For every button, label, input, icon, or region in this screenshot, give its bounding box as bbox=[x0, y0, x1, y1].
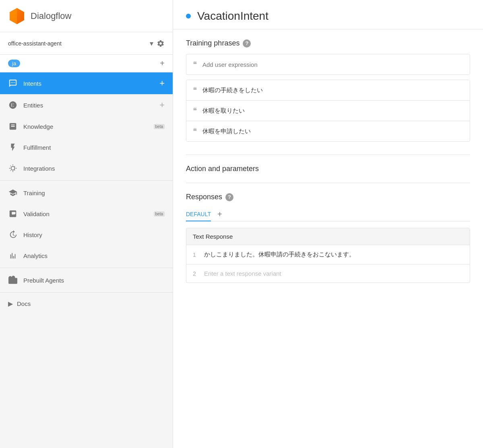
list-item[interactable]: ❝ 休暇を申請したい bbox=[186, 121, 470, 141]
knowledge-icon bbox=[8, 122, 18, 131]
dialogflow-logo-icon bbox=[8, 7, 26, 25]
text-response-header: Text Response bbox=[186, 228, 470, 245]
phrase-text: 休暇を申請したい bbox=[202, 128, 251, 135]
svg-point-3 bbox=[12, 104, 14, 106]
nav-divider-2 bbox=[0, 268, 173, 268]
language-row: ja + bbox=[0, 55, 173, 72]
sidebar-item-docs[interactable]: ▶ Docs bbox=[0, 294, 173, 313]
entities-icon bbox=[8, 100, 18, 110]
add-expression-input[interactable] bbox=[202, 61, 463, 68]
sidebar-item-label-history: History bbox=[23, 231, 165, 238]
list-item[interactable]: ❝ 休暇の手続きをしたい bbox=[186, 80, 470, 101]
responses-title: Responses bbox=[186, 193, 222, 201]
svg-marker-2 bbox=[10, 8, 17, 24]
sidebar-item-training[interactable]: Training bbox=[0, 182, 173, 203]
row-number: 2 bbox=[193, 270, 204, 277]
sidebar-item-label-intents: Intents bbox=[23, 80, 159, 87]
svg-marker-1 bbox=[17, 8, 24, 24]
sidebar-item-history[interactable]: History bbox=[0, 224, 173, 245]
add-language-button[interactable]: + bbox=[160, 59, 165, 68]
fulfillment-icon bbox=[8, 142, 18, 152]
quote-icon: ❝ bbox=[193, 127, 197, 136]
docs-chevron-icon: ▶ bbox=[8, 300, 13, 308]
sidebar-item-label-fulfillment: Fulfillment bbox=[23, 144, 165, 151]
row-placeholder-text: Enter a text response variant bbox=[204, 270, 281, 277]
section-divider-2 bbox=[186, 183, 470, 183]
section-divider-1 bbox=[186, 155, 470, 155]
table-row[interactable]: 2 Enter a text response variant bbox=[186, 264, 470, 283]
training-icon bbox=[8, 188, 18, 198]
history-icon bbox=[8, 230, 18, 239]
intents-icon bbox=[8, 78, 18, 88]
training-phrases-title: Training phrases bbox=[186, 39, 239, 47]
intent-title: VacationIntent bbox=[197, 10, 268, 23]
text-response-table: Text Response 1 かしこまりました。休暇申請の手続きをおこないます… bbox=[186, 228, 470, 283]
responses-title-row: Responses ? bbox=[186, 193, 470, 201]
language-badge[interactable]: ja bbox=[8, 60, 20, 67]
add-entity-button[interactable]: + bbox=[159, 100, 165, 110]
sidebar-item-label-training: Training bbox=[23, 190, 165, 196]
list-item[interactable]: ❝ 休暇を取りたい bbox=[186, 101, 470, 121]
agent-dropdown-icon[interactable]: ▾ bbox=[150, 39, 153, 48]
quote-icon: ❝ bbox=[193, 86, 197, 95]
intent-status-dot bbox=[186, 14, 191, 19]
action-parameters-title: Action and parameters bbox=[186, 165, 470, 173]
quote-icon: ❝ bbox=[193, 60, 197, 69]
sidebar-item-intents[interactable]: Intents + bbox=[0, 72, 173, 94]
responses-help-icon[interactable]: ? bbox=[225, 193, 233, 201]
phrase-text: 休暇の手続きをしたい bbox=[202, 87, 263, 94]
quote-icon: ❝ bbox=[193, 106, 197, 115]
add-expression-input-row[interactable]: ❝ bbox=[186, 54, 470, 75]
row-text: かしこまりました。休暇申請の手続きをおこないます。 bbox=[204, 251, 355, 258]
sidebar-item-entities[interactable]: Entities + bbox=[0, 94, 173, 116]
agent-settings-icon[interactable] bbox=[157, 39, 165, 47]
phrase-text: 休暇を取りたい bbox=[202, 107, 245, 115]
svg-point-8 bbox=[11, 166, 14, 170]
validation-icon bbox=[8, 209, 18, 219]
sidebar-item-label-knowledge: Knowledge bbox=[23, 123, 152, 130]
table-row[interactable]: 1 かしこまりました。休暇申請の手続きをおこないます。 bbox=[186, 245, 470, 264]
main-content-area: VacationIntent Training phrases ? ❝ ❝ 休暇… bbox=[173, 0, 483, 448]
sidebar-item-label-validation: Validation bbox=[23, 211, 152, 217]
sidebar-item-label-docs: Docs bbox=[17, 300, 165, 307]
validation-beta-badge: beta bbox=[154, 211, 165, 217]
agent-name: office-assistant-agent bbox=[8, 40, 147, 47]
agent-selector[interactable]: office-assistant-agent ▾ bbox=[0, 32, 173, 55]
sidebar-item-label-integrations: Integrations bbox=[23, 165, 165, 172]
app-name: Dialogflow bbox=[31, 11, 72, 21]
sidebar-item-analytics[interactable]: Analytics bbox=[0, 245, 173, 266]
sidebar-item-fulfillment[interactable]: Fulfillment bbox=[0, 137, 173, 158]
nav-divider-3 bbox=[0, 292, 173, 293]
responses-tabs: DEFAULT + bbox=[186, 208, 470, 221]
sidebar-item-prebuilt[interactable]: Prebuilt Agents bbox=[0, 270, 173, 291]
training-phrases-help-icon[interactable]: ? bbox=[243, 39, 251, 47]
row-number: 1 bbox=[193, 252, 204, 258]
sidebar-item-label-entities: Entities bbox=[23, 102, 159, 109]
action-parameters-section: Action and parameters bbox=[186, 165, 470, 173]
sidebar-item-label-analytics: Analytics bbox=[23, 252, 165, 259]
phrases-container: ❝ 休暇の手続きをしたい ❝ 休暇を取りたい ❝ 休暇を申請したい bbox=[186, 80, 470, 142]
intent-header: VacationIntent bbox=[173, 0, 483, 29]
training-phrases-title-row: Training phrases ? bbox=[186, 39, 470, 47]
nav-divider-1 bbox=[0, 180, 173, 181]
training-phrases-section: Training phrases ? ❝ ❝ 休暇の手続きをしたい ❝ 休暇を取… bbox=[186, 39, 470, 142]
intent-detail-content: Training phrases ? ❝ ❝ 休暇の手続きをしたい ❝ 休暇を取… bbox=[173, 29, 483, 448]
add-tab-button[interactable]: + bbox=[214, 208, 225, 221]
sidebar-nav: Intents + Entities + Knowledge beta Fulf… bbox=[0, 72, 173, 448]
sidebar-item-validation[interactable]: Validation beta bbox=[0, 203, 173, 224]
responses-section: Responses ? DEFAULT + Text Response 1 かし… bbox=[186, 193, 470, 283]
sidebar-item-knowledge[interactable]: Knowledge beta bbox=[0, 116, 173, 137]
tab-default[interactable]: DEFAULT bbox=[186, 208, 211, 221]
add-intent-button[interactable]: + bbox=[159, 78, 165, 89]
logo-area: Dialogflow bbox=[0, 0, 173, 32]
prebuilt-icon bbox=[8, 275, 18, 285]
action-parameters-label: Action and parameters bbox=[186, 165, 259, 173]
phrases-list: ❝ 休暇の手続きをしたい ❝ 休暇を取りたい ❝ 休暇を申請したい bbox=[186, 80, 470, 142]
analytics-icon bbox=[8, 251, 18, 260]
knowledge-beta-badge: beta bbox=[154, 124, 165, 129]
sidebar-item-label-prebuilt: Prebuilt Agents bbox=[23, 277, 165, 284]
integrations-icon bbox=[8, 163, 18, 173]
sidebar-item-integrations[interactable]: Integrations bbox=[0, 158, 173, 179]
sidebar: Dialogflow office-assistant-agent ▾ ja +… bbox=[0, 0, 173, 448]
